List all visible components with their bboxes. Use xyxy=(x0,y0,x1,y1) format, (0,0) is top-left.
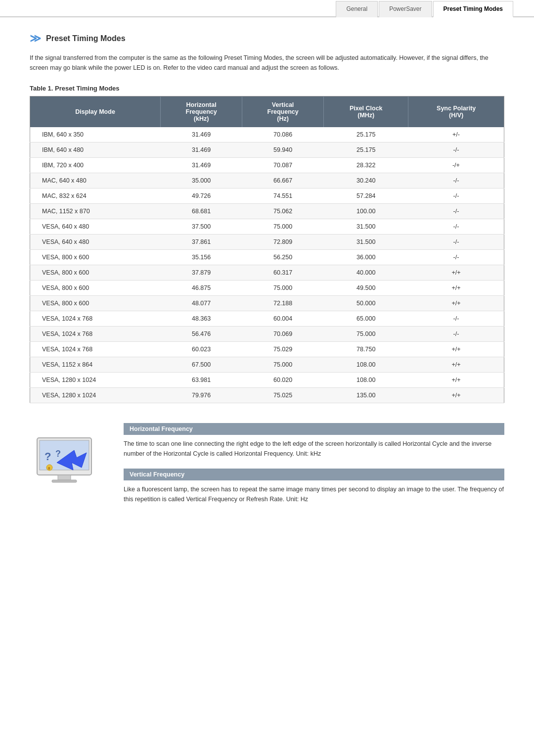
info-block-horizontal: Horizontal Frequency The time to scan on… xyxy=(124,423,504,459)
table-cell-4-0: MAC, 832 x 624 xyxy=(30,189,161,204)
info-block-horizontal-text: The time to scan one line connecting the… xyxy=(124,439,504,459)
svg-text:?: ? xyxy=(55,449,61,459)
table-cell-9-4: +/+ xyxy=(408,265,504,281)
table-cell-15-4: +/+ xyxy=(408,357,504,373)
table-cell-10-1: 46.875 xyxy=(161,281,242,296)
table-cell-13-2: 70.069 xyxy=(242,327,324,342)
table-cell-16-4: +/+ xyxy=(408,373,504,388)
table-row: VESA, 1024 x 76848.36360.00465.000-/- xyxy=(30,311,504,327)
page-title: Preset Timing Modes xyxy=(46,34,126,43)
table-cell-13-1: 56.476 xyxy=(161,327,242,342)
svg-rect-3 xyxy=(52,480,77,482)
main-content: ≫ Preset Timing Modes If the signal tran… xyxy=(0,32,534,514)
table-cell-0-0: IBM, 640 x 350 xyxy=(30,127,161,142)
intro-text: If the signal transferred from the compu… xyxy=(30,53,504,73)
table-cell-8-0: VESA, 800 x 600 xyxy=(30,250,161,265)
table-cell-2-3: 28.322 xyxy=(324,158,408,173)
table-cell-17-1: 79.976 xyxy=(161,388,242,403)
table-cell-10-4: +/+ xyxy=(408,281,504,296)
table-cell-13-0: VESA, 1024 x 768 xyxy=(30,327,161,342)
table-cell-2-1: 31.469 xyxy=(161,158,242,173)
table-cell-9-3: 40.000 xyxy=(324,265,408,281)
table-row: VESA, 800 x 60037.87960.31740.000+/+ xyxy=(30,265,504,281)
table-row: VESA, 1280 x 102479.97675.025135.00+/+ xyxy=(30,388,504,403)
table-row: MAC, 1152 x 87068.68175.062100.00-/- xyxy=(30,204,504,219)
illustration-area: ? ? 8 xyxy=(30,423,109,514)
monitor-illustration: ? ? 8 xyxy=(30,428,99,487)
table-cell-6-3: 31.500 xyxy=(324,219,408,235)
timing-table: Display Mode HorizontalFrequency(kHz) Ve… xyxy=(30,96,504,403)
tab-powersaver[interactable]: PowerSaver xyxy=(379,1,432,17)
table-row: MAC, 832 x 62449.72674.55157.284-/- xyxy=(30,189,504,204)
table-cell-1-0: IBM, 640 x 480 xyxy=(30,142,161,158)
table-cell-12-4: -/- xyxy=(408,311,504,327)
table-cell-10-0: VESA, 800 x 600 xyxy=(30,281,161,296)
table-cell-14-2: 75.029 xyxy=(242,342,324,357)
table-cell-0-4: +/- xyxy=(408,127,504,142)
table-cell-15-2: 75.000 xyxy=(242,357,324,373)
info-block-vertical-title: Vertical Frequency xyxy=(124,469,504,480)
svg-rect-2 xyxy=(58,475,71,480)
table-cell-14-4: +/+ xyxy=(408,342,504,357)
table-cell-8-1: 35.156 xyxy=(161,250,242,265)
table-cell-4-3: 57.284 xyxy=(324,189,408,204)
table-cell-1-1: 31.469 xyxy=(161,142,242,158)
table-title: Table 1. Preset Timing Modes xyxy=(30,85,504,92)
table-row: VESA, 1024 x 76856.47670.06975.000-/- xyxy=(30,327,504,342)
table-cell-9-2: 60.317 xyxy=(242,265,324,281)
table-cell-4-1: 49.726 xyxy=(161,189,242,204)
table-cell-11-0: VESA, 800 x 600 xyxy=(30,296,161,311)
table-row: VESA, 1152 x 86467.50075.000108.00+/+ xyxy=(30,357,504,373)
table-cell-6-1: 37.500 xyxy=(161,219,242,235)
col-header-sync-polarity: Sync Polarity(H/V) xyxy=(408,96,504,128)
table-cell-4-4: -/- xyxy=(408,189,504,204)
tab-preset-timing[interactable]: Preset Timing Modes xyxy=(433,1,513,17)
table-cell-14-0: VESA, 1024 x 768 xyxy=(30,342,161,357)
table-cell-8-3: 36.000 xyxy=(324,250,408,265)
table-cell-12-3: 65.000 xyxy=(324,311,408,327)
table-row: IBM, 720 x 40031.46970.08728.322-/+ xyxy=(30,158,504,173)
table-cell-11-4: +/+ xyxy=(408,296,504,311)
table-cell-14-3: 78.750 xyxy=(324,342,408,357)
table-cell-7-3: 31.500 xyxy=(324,235,408,250)
table-cell-16-2: 60.020 xyxy=(242,373,324,388)
table-cell-0-3: 25.175 xyxy=(324,127,408,142)
table-cell-3-1: 35.000 xyxy=(161,173,242,189)
table-cell-16-3: 108.00 xyxy=(324,373,408,388)
table-cell-1-3: 25.175 xyxy=(324,142,408,158)
table-cell-5-3: 100.00 xyxy=(324,204,408,219)
table-row: IBM, 640 x 48031.46959.94025.175-/- xyxy=(30,142,504,158)
table-cell-5-1: 68.681 xyxy=(161,204,242,219)
svg-text:?: ? xyxy=(44,450,51,463)
table-cell-8-2: 56.250 xyxy=(242,250,324,265)
table-cell-2-0: IBM, 720 x 400 xyxy=(30,158,161,173)
table-cell-6-0: VESA, 640 x 480 xyxy=(30,219,161,235)
table-cell-1-4: -/- xyxy=(408,142,504,158)
table-row: VESA, 640 x 48037.86172.80931.500-/- xyxy=(30,235,504,250)
col-header-vert-freq: VerticalFrequency(Hz) xyxy=(242,96,324,128)
table-row: VESA, 800 x 60046.87575.00049.500+/+ xyxy=(30,281,504,296)
table-cell-3-0: MAC, 640 x 480 xyxy=(30,173,161,189)
table-cell-0-1: 31.469 xyxy=(161,127,242,142)
table-cell-14-1: 60.023 xyxy=(161,342,242,357)
table-cell-15-3: 108.00 xyxy=(324,357,408,373)
table-cell-9-1: 37.879 xyxy=(161,265,242,281)
table-cell-7-0: VESA, 640 x 480 xyxy=(30,235,161,250)
tab-general[interactable]: General xyxy=(336,1,378,17)
table-cell-9-0: VESA, 800 x 600 xyxy=(30,265,161,281)
info-block-vertical: Vertical Frequency Like a fluorescent la… xyxy=(124,469,504,504)
table-cell-5-0: MAC, 1152 x 870 xyxy=(30,204,161,219)
table-cell-5-2: 75.062 xyxy=(242,204,324,219)
info-block-vertical-text: Like a fluorescent lamp, the screen has … xyxy=(124,484,504,504)
table-cell-17-2: 75.025 xyxy=(242,388,324,403)
table-cell-11-3: 50.000 xyxy=(324,296,408,311)
table-cell-6-4: -/- xyxy=(408,219,504,235)
table-cell-12-0: VESA, 1024 x 768 xyxy=(30,311,161,327)
table-row: VESA, 640 x 48037.50075.00031.500-/- xyxy=(30,219,504,235)
table-cell-5-4: -/- xyxy=(408,204,504,219)
table-cell-2-4: -/+ xyxy=(408,158,504,173)
table-cell-15-0: VESA, 1152 x 864 xyxy=(30,357,161,373)
table-cell-8-4: -/- xyxy=(408,250,504,265)
table-cell-3-4: -/- xyxy=(408,173,504,189)
table-cell-6-2: 75.000 xyxy=(242,219,324,235)
